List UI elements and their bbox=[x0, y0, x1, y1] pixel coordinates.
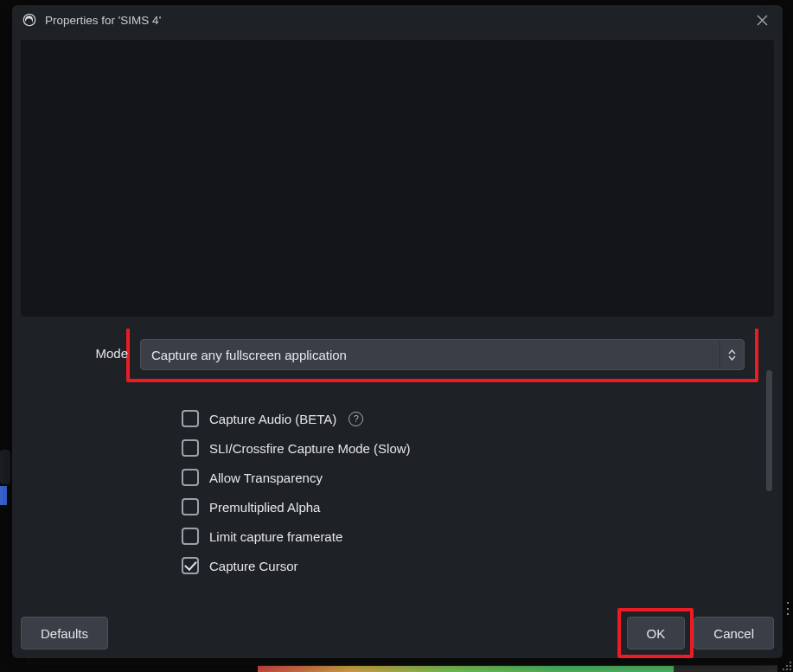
checkbox-sli-crossfire-capture-mode-slow[interactable]: SLI/Crossfire Capture Mode (Slow) bbox=[182, 439, 758, 457]
chevron-up-icon bbox=[728, 349, 736, 355]
audio-meter-fragment bbox=[258, 665, 777, 672]
mode-select-value: Capture any fullscreen application bbox=[151, 348, 347, 362]
source-preview bbox=[21, 40, 774, 317]
checkbox-box[interactable] bbox=[182, 410, 199, 427]
properties-dialog: Properties for 'SIMS 4' Mode Capture any… bbox=[12, 5, 783, 658]
mode-label: Mode bbox=[95, 346, 128, 361]
obs-logo-icon bbox=[21, 11, 38, 29]
checkbox-label: Capture Cursor bbox=[209, 559, 298, 573]
close-button[interactable] bbox=[750, 8, 774, 32]
cancel-button[interactable]: Cancel bbox=[694, 617, 774, 650]
mode-select[interactable]: Capture any fullscreen application bbox=[140, 339, 745, 370]
checkbox-capture-cursor[interactable]: Capture Cursor bbox=[182, 557, 758, 574]
checkbox-allow-transparency[interactable]: Allow Transparency bbox=[182, 469, 758, 486]
resize-grip-icon[interactable] bbox=[781, 660, 791, 670]
background-fragment bbox=[0, 486, 7, 505]
checkbox-label: Allow Transparency bbox=[209, 470, 323, 485]
select-stepper-icon[interactable] bbox=[719, 340, 744, 369]
checkbox-box[interactable] bbox=[182, 528, 199, 545]
close-icon bbox=[757, 15, 768, 26]
settings-form: Mode Capture any fullscreen application … bbox=[21, 329, 774, 608]
checkbox-premultiplied-alpha[interactable]: Premultiplied Alpha bbox=[182, 498, 758, 515]
checkbox-label: Limit capture framerate bbox=[209, 529, 342, 544]
checkbox-label: Premultiplied Alpha bbox=[209, 500, 320, 515]
ok-button[interactable]: OK bbox=[627, 617, 686, 650]
chevron-down-icon bbox=[728, 355, 736, 361]
titlebar[interactable]: Properties for 'SIMS 4' bbox=[12, 5, 783, 35]
mode-row: Mode Capture any fullscreen application bbox=[21, 329, 758, 386]
checkbox-label: SLI/Crossfire Capture Mode (Slow) bbox=[209, 441, 411, 456]
checkbox-box[interactable] bbox=[182, 498, 199, 515]
scrollbar[interactable] bbox=[766, 370, 772, 491]
background-fragment bbox=[0, 450, 10, 484]
checkbox-limit-capture-framerate[interactable]: Limit capture framerate bbox=[182, 528, 758, 545]
checkbox-box[interactable] bbox=[182, 469, 199, 486]
checkbox-label: Capture Audio (BETA) bbox=[209, 412, 336, 426]
dialog-footer: Defaults OK Cancel bbox=[12, 608, 783, 658]
checkbox-list: Capture Audio (BETA)?SLI/Crossfire Captu… bbox=[21, 410, 758, 574]
checkbox-capture-audio-beta[interactable]: Capture Audio (BETA)? bbox=[182, 410, 758, 427]
window-title: Properties for 'SIMS 4' bbox=[45, 14, 750, 27]
defaults-button[interactable]: Defaults bbox=[21, 617, 108, 650]
help-icon[interactable]: ? bbox=[349, 412, 363, 426]
checkbox-box[interactable] bbox=[182, 557, 199, 574]
checkbox-box[interactable] bbox=[182, 439, 199, 457]
